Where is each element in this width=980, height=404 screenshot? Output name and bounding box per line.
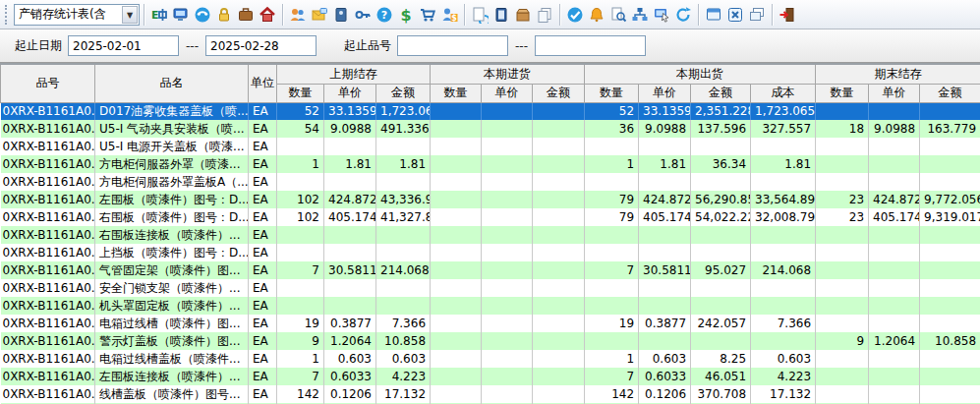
translate-icon[interactable]: E bbox=[148, 4, 170, 26]
customer-money-icon[interactable]: $ bbox=[438, 4, 460, 26]
cell-prev_price: 1.2064 bbox=[324, 332, 376, 350]
alert-icon[interactable] bbox=[586, 4, 607, 26]
orgchart-icon[interactable] bbox=[629, 4, 651, 26]
mail-icon[interactable] bbox=[309, 4, 330, 26]
col-header-in-qty[interactable]: 数量 bbox=[431, 84, 482, 102]
cart-icon[interactable] bbox=[417, 4, 438, 26]
table-row[interactable]: 0XRX-B1161A0...左围板连接板（喷漆件）...EA70.60334.… bbox=[1, 368, 980, 385]
toolbar-separator bbox=[559, 4, 560, 26]
col-header-end-amount[interactable]: 金额 bbox=[920, 84, 980, 102]
exit-icon[interactable] bbox=[777, 4, 798, 26]
col-header-code[interactable]: 品号 bbox=[1, 65, 95, 102]
card-icon[interactable] bbox=[330, 4, 352, 26]
cell-name: 方电柜伺服器外罩盖板A（... bbox=[95, 173, 249, 191]
money-icon[interactable]: $ bbox=[395, 4, 417, 26]
cell-code: 0XRX-B1161A0... bbox=[1, 297, 95, 315]
table-row[interactable]: 0XRX-B1161A0...安全门锁支架（喷漆件）...EA bbox=[1, 279, 980, 297]
table-row[interactable]: 0XRX-B1161A0...机头罩固定板（喷漆件）...EA bbox=[1, 297, 980, 315]
table-row[interactable]: 0XRX-B1161A0...线槽盖板（喷漆件）图号...EA1420.1206… bbox=[1, 385, 980, 403]
table-row[interactable]: 0XRX-B1161A0...电箱过线槽（喷漆件）图...EA190.38777… bbox=[1, 315, 980, 332]
remote-icon[interactable] bbox=[651, 4, 672, 26]
cell-prev_price: 1.81 bbox=[324, 155, 376, 173]
col-header-prev-price[interactable]: 单价 bbox=[324, 84, 376, 102]
cell-name: 上挡板（喷漆件）图号：D... bbox=[95, 244, 249, 261]
phone-icon[interactable] bbox=[192, 4, 213, 26]
refresh-icon[interactable] bbox=[672, 4, 694, 26]
date-to-input[interactable] bbox=[205, 35, 317, 56]
col-header-prev-qty[interactable]: 数量 bbox=[277, 84, 324, 102]
col-header-prev-amount[interactable]: 金额 bbox=[376, 84, 431, 102]
table-row[interactable]: 0XRX-B1161A0...右围板（喷漆件）图号：D...EA102405.1… bbox=[1, 208, 980, 226]
table-row[interactable]: 0XRX-B1161A0...电箱过线槽盖板（喷漆件...EA10.6030.6… bbox=[1, 350, 980, 368]
table-row[interactable]: 0XRX-B1161A0...方电柜伺服器外罩（喷漆...EA11.811.81… bbox=[1, 155, 980, 173]
cell-prev_qty: 142 bbox=[277, 385, 324, 403]
notebook-icon[interactable] bbox=[490, 4, 512, 26]
cell-end_qty bbox=[816, 102, 869, 120]
toolbar-grip[interactable] bbox=[5, 5, 10, 25]
cell-out_qty: 1 bbox=[585, 350, 639, 368]
item-from-input[interactable] bbox=[397, 35, 508, 56]
cell-end_amount bbox=[920, 138, 980, 155]
cell-end_price: 1.2064 bbox=[869, 332, 920, 350]
users-icon[interactable] bbox=[287, 4, 309, 26]
cell-prev_qty: 7 bbox=[277, 261, 324, 279]
chevron-down-icon[interactable]: ▼ bbox=[122, 6, 138, 24]
window-icon[interactable] bbox=[703, 4, 724, 26]
help-icon[interactable]: ? bbox=[374, 4, 395, 26]
col-header-out-qty[interactable]: 数量 bbox=[585, 84, 639, 102]
cell-end_qty bbox=[816, 315, 869, 332]
item-to-input[interactable] bbox=[535, 35, 646, 56]
cell-out_amount: 242.057 bbox=[691, 315, 751, 332]
table-row[interactable]: 0XRX-B1161A0...D017油雾收集器盖板（喷...EA5233.13… bbox=[1, 102, 980, 120]
home-icon[interactable] bbox=[257, 4, 278, 26]
table-row[interactable]: 0XRX-B1161A0...左围板（喷漆件）图号：D...EA102424.8… bbox=[1, 191, 980, 208]
date-from-input[interactable] bbox=[68, 35, 179, 56]
copy-icon[interactable] bbox=[534, 4, 555, 26]
approve-icon[interactable] bbox=[564, 4, 586, 26]
report-refresh-icon[interactable] bbox=[469, 4, 490, 26]
cell-prev_qty: 54 bbox=[277, 120, 324, 138]
lock-icon[interactable] bbox=[213, 4, 235, 26]
briefcase-icon[interactable] bbox=[235, 4, 257, 26]
cell-out_qty bbox=[585, 138, 639, 155]
col-header-name[interactable]: 品名 bbox=[95, 65, 249, 102]
monitor-icon[interactable] bbox=[170, 4, 192, 26]
cascade-icon[interactable] bbox=[746, 4, 768, 26]
cell-out_qty: 19 bbox=[585, 315, 639, 332]
report-selector[interactable]: 产销存统计表(含 ▼ bbox=[14, 4, 140, 26]
cell-out_amount: 137.596 bbox=[691, 120, 751, 138]
key-icon[interactable] bbox=[352, 4, 374, 26]
cell-in_price bbox=[482, 155, 533, 173]
preview-icon[interactable] bbox=[607, 4, 629, 26]
col-header-in-amount[interactable]: 金额 bbox=[533, 84, 585, 102]
col-header-out-cost[interactable]: 成本 bbox=[751, 84, 816, 102]
col-header-end-qty[interactable]: 数量 bbox=[816, 84, 869, 102]
group-header-out[interactable]: 本期出货 bbox=[585, 65, 816, 84]
group-header-end[interactable]: 期末结存 bbox=[816, 65, 980, 84]
cell-in_amount bbox=[533, 279, 585, 297]
group-header-in[interactable]: 本期进货 bbox=[431, 65, 585, 84]
close-icon[interactable] bbox=[724, 4, 746, 26]
cell-out_amount bbox=[691, 138, 751, 155]
col-header-out-price[interactable]: 单价 bbox=[639, 84, 691, 102]
table-row[interactable]: 0XRX-B1161A0...U5-I 气动夹具安装板（喷...EA549.09… bbox=[1, 120, 980, 138]
table-row[interactable]: 0XRX-B1161A0...警示灯盖板（喷漆件）图...EA91.206410… bbox=[1, 332, 980, 350]
cell-prev_qty: 102 bbox=[277, 191, 324, 208]
table-row[interactable]: 0XRX-B1161A0...U5-I 电源开关盖板（喷漆...EA bbox=[1, 138, 980, 155]
col-header-out-amount[interactable]: 金额 bbox=[691, 84, 751, 102]
toolbar-separator bbox=[772, 4, 773, 26]
group-header-prev[interactable]: 上期结存 bbox=[277, 65, 431, 84]
box-icon[interactable] bbox=[512, 4, 534, 26]
cell-prev_amount: 0.603 bbox=[376, 350, 431, 368]
table-row[interactable]: 0XRX-B1161A0...右围板连接板（喷漆件）...EA bbox=[1, 226, 980, 244]
table-row[interactable]: 0XRX-B1161A0...气管固定架（喷漆件）图...EA730.58112… bbox=[1, 261, 980, 279]
table-row[interactable]: 0XRX-B1161A0...方电柜伺服器外罩盖板A（...EA bbox=[1, 173, 980, 191]
cell-code: 0XRX-B1161A0... bbox=[1, 102, 95, 120]
cell-end_price: 424.872 bbox=[869, 191, 920, 208]
cell-prev_qty bbox=[277, 173, 324, 191]
cell-prev_qty bbox=[277, 138, 324, 155]
col-header-unit[interactable]: 单位 bbox=[249, 65, 277, 102]
table-row[interactable]: 0XRX-B1161A0...上挡板（喷漆件）图号：D...EA bbox=[1, 244, 980, 261]
col-header-end-price[interactable]: 单价 bbox=[869, 84, 920, 102]
col-header-in-price[interactable]: 单价 bbox=[482, 84, 533, 102]
